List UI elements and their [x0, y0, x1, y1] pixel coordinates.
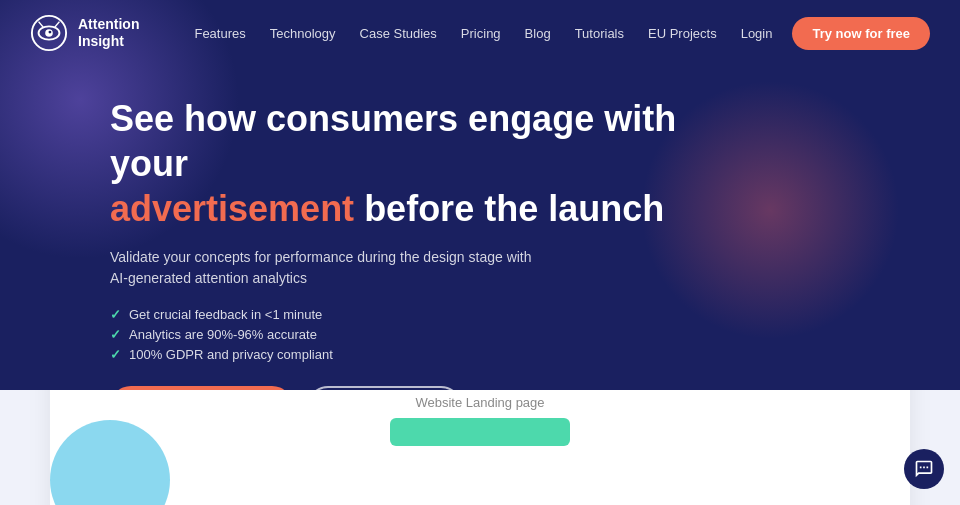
- hero-subtitle: Validate your concepts for performance d…: [110, 247, 540, 289]
- nav-item-tutorials[interactable]: Tutorials: [575, 24, 624, 42]
- navbar: Attention Insight Features Technology Ca…: [0, 0, 960, 66]
- nav-item-login[interactable]: Login: [741, 24, 773, 42]
- hero-content: See how consumers engage with your adver…: [0, 66, 960, 390]
- try-now-button[interactable]: Try now for free: [792, 17, 930, 50]
- hero-cta: Try free for 7 days → Book a demo call: [110, 386, 850, 390]
- chat-button[interactable]: [904, 449, 944, 489]
- feature-item-2: ✓ Analytics are 90%-96% accurate: [110, 327, 850, 342]
- logo-text: Attention Insight: [78, 16, 139, 50]
- nav-item-case-studies[interactable]: Case Studies: [360, 24, 437, 42]
- nav-links: Features Technology Case Studies Pricing…: [194, 24, 772, 42]
- feature-item-3: ✓ 100% GDPR and privacy compliant: [110, 347, 850, 362]
- nav-item-technology[interactable]: Technology: [270, 24, 336, 42]
- logo[interactable]: Attention Insight: [30, 14, 139, 52]
- check-icon-2: ✓: [110, 327, 121, 342]
- svg-point-3: [49, 31, 52, 34]
- feature-item-1: ✓ Get crucial feedback in <1 minute: [110, 307, 850, 322]
- try-free-button[interactable]: Try free for 7 days →: [110, 386, 293, 390]
- bottom-section: Heatmap Areas of interest Website Landin…: [0, 390, 960, 505]
- svg-line-4: [39, 22, 44, 28]
- card-bar-visual: [390, 418, 570, 446]
- logo-icon: [30, 14, 68, 52]
- check-icon-3: ✓: [110, 347, 121, 362]
- hero-title: See how consumers engage with your adver…: [110, 96, 710, 231]
- decorative-circle: [50, 420, 170, 505]
- svg-line-5: [55, 22, 60, 28]
- nav-item-pricing[interactable]: Pricing: [461, 24, 501, 42]
- check-icon-1: ✓: [110, 307, 121, 322]
- product-card: Heatmap Areas of interest Website Landin…: [50, 390, 910, 505]
- book-demo-button[interactable]: Book a demo call: [307, 386, 462, 390]
- nav-item-eu-projects[interactable]: EU Projects: [648, 24, 717, 42]
- nav-item-blog[interactable]: Blog: [525, 24, 551, 42]
- nav-item-features[interactable]: Features: [194, 24, 245, 42]
- hero-features: ✓ Get crucial feedback in <1 minute ✓ An…: [110, 307, 850, 362]
- card-label: Website Landing page: [415, 395, 544, 410]
- chat-icon: [914, 459, 934, 479]
- hero-section: Attention Insight Features Technology Ca…: [0, 0, 960, 390]
